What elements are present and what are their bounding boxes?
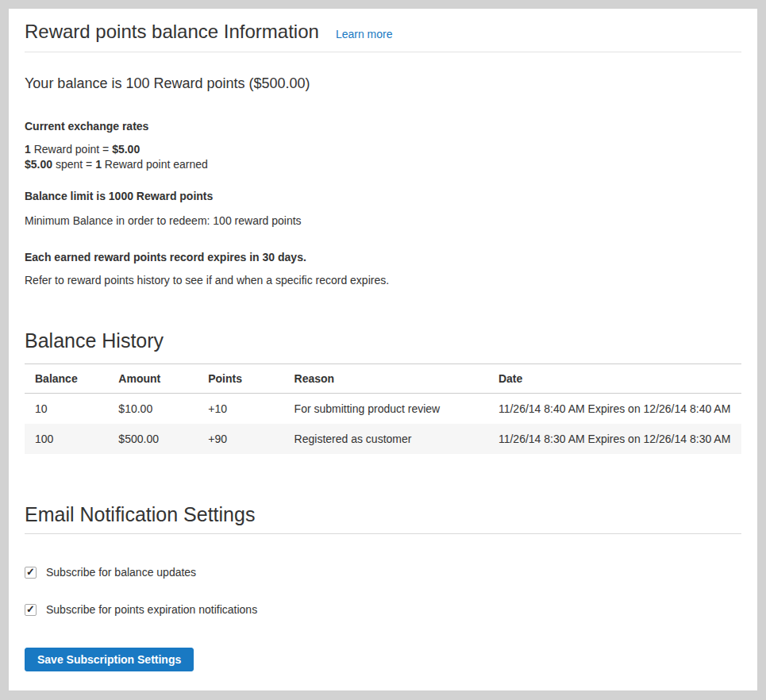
exchange-rate-lines: 1 Reward point = $5.00 $5.00 spent = 1 R… <box>25 142 741 172</box>
cell-date: 11/26/14 8:30 AM Expires on 12/26/14 8:3… <box>491 424 741 454</box>
subscribe-expiration-checkbox[interactable] <box>25 604 37 616</box>
rate-line-earn: $5.00 spent = 1 Reward point earned <box>25 158 208 171</box>
cell-balance: 100 <box>25 424 110 454</box>
learn-more-link[interactable]: Learn more <box>336 28 393 40</box>
column-header-reason: Reason <box>287 364 491 394</box>
reward-points-panel: Reward points balance Information Learn … <box>9 9 757 690</box>
table-row: 100 $500.00 +90 Registered as customer 1… <box>25 424 741 454</box>
cell-date: 11/26/14 8:40 AM Expires on 12/26/14 8:4… <box>491 394 741 425</box>
column-header-balance: Balance <box>25 364 110 394</box>
balance-summary: Your balance is 100 Reward points ($500.… <box>25 74 741 94</box>
minimum-balance-text: Minimum Balance in order to redeem: 100 … <box>25 213 741 229</box>
table-header-row: Balance Amount Points Reason Date <box>25 364 741 394</box>
cell-points: +10 <box>200 394 286 425</box>
cell-reason: For submitting product review <box>287 394 491 425</box>
balance-history-table: Balance Amount Points Reason Date 10 $10… <box>25 363 741 454</box>
exchange-rates-heading: Current exchange rates <box>25 118 741 134</box>
page-title: Reward points balance Information <box>25 20 319 43</box>
subscribe-expiration-label[interactable]: Subscribe for points expiration notifica… <box>46 602 257 617</box>
save-subscription-settings-button[interactable]: Save Subscription Settings <box>25 648 194 671</box>
rate-line-redeem: 1 Reward point = $5.00 <box>25 143 140 156</box>
expiration-note-text: Refer to reward points history to see if… <box>25 272 741 288</box>
column-header-amount: Amount <box>110 364 200 394</box>
column-header-points: Points <box>200 364 286 394</box>
cell-points: +90 <box>200 424 286 454</box>
balance-limit-text: Balance limit is 1000 Reward points <box>25 188 741 204</box>
expiration-policy-text: Each earned reward points record expires… <box>25 249 741 265</box>
subscribe-expiration-field: Subscribe for points expiration notifica… <box>25 602 741 617</box>
balance-history-heading: Balance History <box>25 328 741 353</box>
cell-balance: 10 <box>25 394 110 425</box>
cell-amount: $10.00 <box>110 394 200 425</box>
table-row: 10 $10.00 +10 For submitting product rev… <box>25 394 741 425</box>
email-settings-heading: Email Notification Settings <box>25 502 741 534</box>
outer-frame: Reward points balance Information Learn … <box>0 0 766 700</box>
cell-amount: $500.00 <box>110 424 200 454</box>
subscribe-balance-field: Subscribe for balance updates <box>25 564 741 580</box>
subscribe-balance-label[interactable]: Subscribe for balance updates <box>46 564 196 580</box>
subscribe-balance-checkbox[interactable] <box>25 567 37 579</box>
cell-reason: Registered as customer <box>287 424 491 454</box>
page-header: Reward points balance Information Learn … <box>25 20 741 52</box>
column-header-date: Date <box>491 364 741 394</box>
